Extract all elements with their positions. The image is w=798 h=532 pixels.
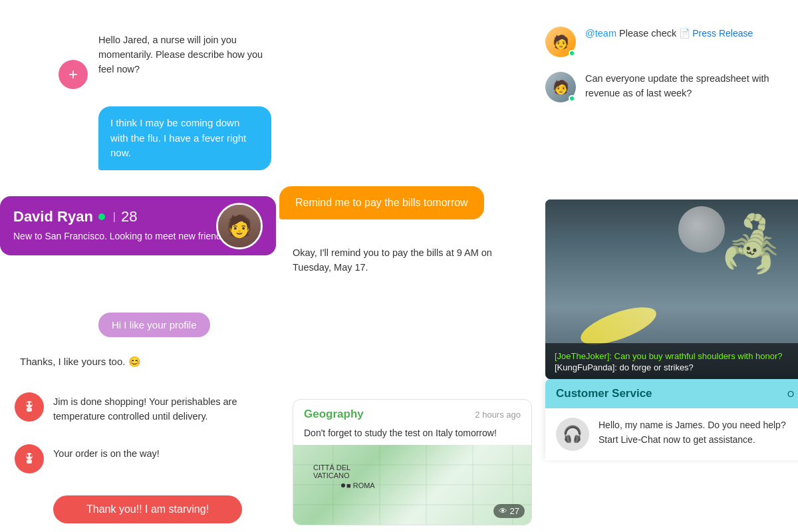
geography-card: Geography 2 hours ago Don't forget to st… [293, 399, 532, 525]
press-release-link[interactable]: 📄 Press Release [679, 27, 753, 41]
avatar-online-2 [569, 95, 575, 102]
geo-header: Geography 2 hours ago [293, 400, 531, 425]
thank-button[interactable]: Thank you!! I am starving! [53, 495, 242, 523]
mention-tag: @team [585, 28, 616, 39]
avatar-online-1 [569, 50, 575, 57]
map-label-roma: ■ ROMA [346, 481, 375, 489]
team-message-2: 🧑 Can everyone update the spreadsheet wi… [545, 72, 798, 102]
team-msg-text-2: Can everyone update the spreadsheet with… [585, 72, 798, 101]
game-creature: 🦂 [718, 213, 785, 275]
right-panel: 🧑 @team Please check 📄 Press Release 🧑 [545, 0, 798, 532]
cs-header: Customer Service O [545, 379, 798, 408]
team-message-1: 🧑 @team Please check 📄 Press Release [545, 27, 798, 57]
game-card: 🦂 [JoeTheJoker]: Can you buy wrathful sh… [545, 200, 798, 379]
map-background: CITTÀ DELVATICANO ■ ROMA 👁 27 [293, 445, 531, 525]
cs-body: 🎧 Hello, my name is James. Do you need h… [545, 408, 798, 460]
nurse-message: Hello Jared, a nurse will join you momen… [98, 33, 271, 76]
grocery-icon-1 [15, 392, 44, 422]
game-background: 🦂 [JoeTheJoker]: Can you buy wrathful sh… [545, 200, 798, 379]
profile-avatar: 🧑 [216, 203, 263, 249]
team-msg-content-2: Can everyone update the spreadsheet with… [585, 72, 798, 101]
user-flu-bubble: I think I may be coming down with the fl… [98, 106, 271, 170]
thanks-message: Thanks, I like yours too. 😊 [20, 356, 141, 368]
grocery-icon-2 [15, 444, 44, 473]
svg-rect-1 [27, 408, 32, 412]
grocery-item-2: Your order is on the way! [15, 444, 160, 473]
remind-reply: Okay, I'll remind you to pay the bills a… [293, 246, 519, 275]
game-planet [678, 206, 725, 253]
svg-point-2 [26, 402, 29, 405]
svg-point-3 [30, 402, 33, 405]
avatar-image: 🧑 [218, 205, 261, 247]
reminder-chat: Remind me to pay the bills tomorrow Okay… [279, 0, 545, 532]
game-chat-overlay: [JoeTheJoker]: Can you buy wrathful shou… [545, 343, 798, 380]
game-chat-line-1: [JoeTheJoker]: Can you buy wrathful shou… [555, 350, 795, 363]
profile-card[interactable]: David Ryan | 28 New to San Francisco. Lo… [0, 196, 276, 255]
cs-agent-message: Hello, my name is James. Do you need hel… [598, 418, 794, 448]
add-button[interactable]: + [59, 60, 88, 89]
geo-time: 2 hours ago [475, 410, 521, 420]
remind-bubble: Remind me to pay the bills tomorrow [279, 186, 484, 219]
cs-online-status: O [787, 389, 794, 399]
svg-point-7 [30, 454, 33, 457]
geo-title: Geography [304, 408, 364, 421]
hi-bubble: Hi I like your profile [98, 313, 210, 337]
cs-agent-avatar: 🎧 [556, 418, 589, 451]
map-label-vaticano: CITTÀ DELVATICANO [313, 464, 350, 479]
grocery-text-1: Jim is done shopping! Your perishables a… [53, 392, 279, 424]
views-badge: 👁 27 [493, 504, 525, 518]
game-chat-line-2: [KungFuPanda]: do forge or strikes? [555, 362, 795, 372]
team-chat: 🧑 @team Please check 📄 Press Release 🧑 [545, 27, 798, 117]
team-msg-content-1: @team Please check 📄 Press Release [585, 27, 798, 41]
grocery-item-1: Jim is done shopping! Your perishables a… [15, 392, 279, 424]
file-icon: 📄 [679, 27, 690, 41]
healthcare-chat: + Hello Jared, a nurse will join you mom… [0, 0, 279, 532]
geo-message: Don't forget to study the test on Italy … [293, 425, 531, 445]
plus-icon: + [68, 65, 78, 84]
map-dot-roma [341, 483, 345, 487]
customer-service-card: Customer Service O 🎧 Hello, my name is J… [545, 379, 798, 460]
team-msg-text-1: @team Please check 📄 Press Release [585, 27, 798, 41]
team-avatar-2: 🧑 [545, 72, 576, 102]
online-indicator [98, 213, 105, 220]
team-avatar-1: 🧑 [545, 27, 576, 57]
grocery-text-2: Your order is on the way! [53, 444, 160, 462]
svg-point-6 [26, 454, 29, 457]
eye-icon: 👁 [499, 506, 507, 516]
geo-map: CITTÀ DELVATICANO ■ ROMA 👁 27 [293, 445, 531, 525]
cs-title: Customer Service [556, 387, 652, 400]
cs-agent-icon: 🎧 [563, 425, 583, 444]
svg-rect-5 [27, 460, 32, 464]
